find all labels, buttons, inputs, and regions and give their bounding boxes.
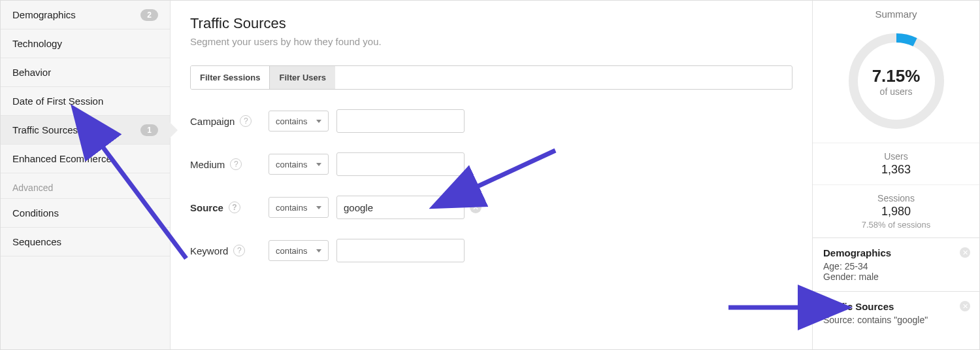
- sidebar-item-technology[interactable]: Technology: [1, 29, 170, 58]
- help-icon[interactable]: ?: [233, 245, 245, 256]
- main-panel: Traffic Sources Segment your users by ho…: [171, 1, 812, 349]
- sidebar-item-conditions[interactable]: Conditions: [1, 199, 170, 228]
- close-icon[interactable]: ✕: [960, 301, 970, 311]
- sidebar-item-label: Conditions: [12, 207, 59, 219]
- sidebar-item-enhanced-ecommerce[interactable]: Enhanced Ecommerce: [1, 145, 170, 173]
- chevron-down-icon: [316, 120, 321, 123]
- row-campaign: Campaign ? contains: [190, 109, 792, 133]
- operator-label: contains: [276, 160, 307, 169]
- chevron-down-icon: [316, 206, 321, 209]
- sidebar-item-behavior[interactable]: Behavior: [1, 58, 170, 87]
- row-label-medium: Medium ?: [190, 158, 269, 170]
- sidebar-item-demographics[interactable]: Demographics 2: [1, 1, 170, 29]
- stat-sessions: Sessions 1,980 7.58% of sessions: [813, 184, 979, 237]
- row-keyword: Keyword ? contains: [190, 239, 792, 262]
- sidebar-item-label: Date of First Session: [12, 96, 103, 107]
- sidebar-item-label: Demographics: [12, 9, 76, 20]
- card-title: Demographics: [823, 247, 969, 258]
- filter-sessions-button[interactable]: Filter Sessions: [191, 66, 269, 89]
- clear-source-icon[interactable]: ✕: [470, 201, 482, 213]
- row-medium: Medium ? contains: [190, 152, 792, 176]
- medium-input[interactable]: [336, 152, 465, 176]
- stat-value: 1,363: [813, 163, 979, 177]
- stat-label: Sessions: [813, 193, 979, 203]
- row-source: Source ? contains ✕: [190, 196, 792, 219]
- donut-percent: 7.15%: [872, 66, 921, 86]
- summary-panel: Summary 7.15% of users Users 1,363 Sessi…: [812, 1, 979, 349]
- sidebar-section-advanced: Advanced: [1, 173, 170, 199]
- help-icon[interactable]: ?: [229, 201, 240, 213]
- filter-users-button[interactable]: Filter Users: [269, 66, 335, 89]
- campaign-input[interactable]: [336, 109, 465, 133]
- operator-select-source[interactable]: contains: [269, 197, 329, 218]
- badge: 2: [140, 9, 158, 21]
- summary-card-traffic-sources[interactable]: ✕ Traffic Sources Source: contains "goog…: [813, 291, 979, 334]
- donut-center: 7.15% of users: [844, 29, 949, 133]
- page-subtitle: Segment your users by how they found you…: [190, 36, 792, 47]
- sidebar-item-label: Technology: [12, 38, 62, 49]
- filter-toggle: Filter Sessions Filter Users: [190, 65, 792, 90]
- card-title: Traffic Sources: [823, 301, 969, 312]
- sidebar: Demographics 2 Technology Behavior Date …: [1, 1, 171, 349]
- card-line: Gender: male: [823, 271, 969, 282]
- label-text: Medium: [190, 159, 225, 170]
- operator-select-medium[interactable]: contains: [269, 154, 329, 175]
- close-icon[interactable]: ✕: [960, 247, 970, 258]
- donut-chart: 7.15% of users: [813, 22, 979, 143]
- stat-sub: 7.58% of sessions: [813, 220, 979, 230]
- sidebar-item-label: Sequences: [12, 236, 61, 247]
- sidebar-item-label: Traffic Sources: [12, 124, 78, 135]
- summary-title: Summary: [813, 1, 979, 22]
- badge: 1: [140, 124, 158, 136]
- operator-label: contains: [276, 116, 307, 126]
- donut-label: of users: [880, 86, 913, 97]
- source-input[interactable]: [336, 196, 465, 219]
- stat-value: 1,980: [813, 205, 979, 219]
- operator-select-campaign[interactable]: contains: [269, 111, 329, 131]
- row-label-source: Source ?: [190, 201, 269, 213]
- label-text: Keyword: [190, 245, 228, 256]
- label-text: Campaign: [190, 116, 235, 127]
- sidebar-item-date-first-session[interactable]: Date of First Session: [1, 87, 170, 116]
- stat-users: Users 1,363: [813, 143, 979, 184]
- page-title: Traffic Sources: [190, 15, 792, 32]
- summary-card-demographics[interactable]: ✕ Demographics Age: 25-34 Gender: male: [813, 237, 979, 291]
- card-line: Age: 25-34: [823, 261, 969, 271]
- segment-builder: Demographics 2 Technology Behavior Date …: [0, 0, 980, 350]
- help-icon[interactable]: ?: [230, 158, 242, 170]
- card-line: Source: contains "google": [823, 315, 969, 325]
- label-text: Source: [190, 202, 223, 213]
- row-label-campaign: Campaign ?: [190, 115, 269, 127]
- operator-select-keyword[interactable]: contains: [269, 240, 329, 261]
- stat-label: Users: [813, 151, 979, 162]
- help-icon[interactable]: ?: [240, 115, 252, 127]
- sidebar-item-label: Behavior: [12, 67, 51, 78]
- row-label-keyword: Keyword ?: [190, 245, 269, 256]
- chevron-down-icon: [316, 163, 321, 166]
- chevron-down-icon: [316, 249, 321, 253]
- keyword-input[interactable]: [336, 239, 465, 262]
- sidebar-item-label: Enhanced Ecommerce: [12, 153, 112, 164]
- operator-label: contains: [276, 203, 307, 213]
- operator-label: contains: [276, 246, 307, 256]
- sidebar-item-sequences[interactable]: Sequences: [1, 228, 170, 256]
- sidebar-item-traffic-sources[interactable]: Traffic Sources 1: [1, 116, 170, 145]
